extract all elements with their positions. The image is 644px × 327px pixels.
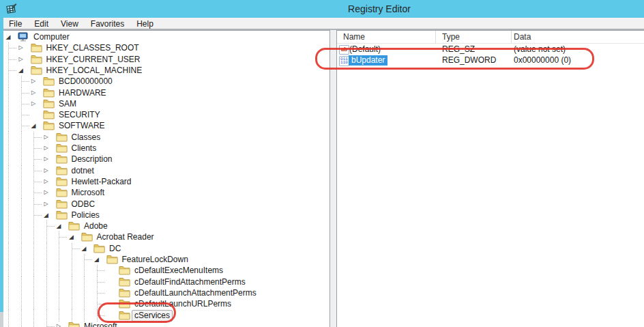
tree-item-label[interactable]: Hewlett-Packard xyxy=(69,176,134,188)
value-name[interactable]: bUpdater xyxy=(349,55,387,66)
tree-item-label[interactable]: Microsoft xyxy=(81,321,120,327)
collapse-arrow-icon[interactable]: ◢ xyxy=(4,31,12,42)
expand-arrow-icon[interactable]: ▷ xyxy=(42,165,50,176)
tree-item-label[interactable]: cDefaultExecMenuItems xyxy=(132,265,226,276)
collapse-arrow-icon[interactable]: ◢ xyxy=(29,120,38,131)
tree-connector xyxy=(21,126,29,126)
expand-arrow-icon[interactable]: ▷ xyxy=(42,132,50,143)
tree-item-label[interactable]: cDefaultLaunchAttachmentPerms xyxy=(132,287,259,299)
tree-item-label[interactable]: SAM xyxy=(56,98,79,110)
menu-edit[interactable]: Edit xyxy=(28,19,55,29)
list-header: Name Type Data xyxy=(337,31,644,44)
column-header-type[interactable]: Type xyxy=(442,32,460,42)
tree-item-label[interactable]: Microsoft xyxy=(69,187,108,199)
tree-item-cdefaultexecmenuitems[interactable]: cDefaultExecMenuItems xyxy=(3,265,330,276)
column-header-name[interactable]: Name xyxy=(343,32,365,42)
tree-item-label[interactable]: DC xyxy=(106,243,123,255)
expand-arrow-icon[interactable]: ▷ xyxy=(29,87,38,98)
menu-file[interactable]: File xyxy=(3,19,28,29)
tree-guide-line xyxy=(59,287,59,299)
tree-item-label[interactable]: cDefaultLaunchURLPerms xyxy=(132,298,234,310)
collapse-arrow-icon[interactable]: ◢ xyxy=(17,65,25,76)
expand-arrow-icon[interactable]: ▷ xyxy=(42,154,50,165)
tree-item-label[interactable]: Description xyxy=(69,154,115,165)
tree-item-dotnet[interactable]: ▷dotnet xyxy=(3,165,330,177)
expand-arrow-icon[interactable]: ▷ xyxy=(42,187,50,198)
tree-item-policies[interactable]: ◢Policies xyxy=(3,210,330,221)
menu-favorites[interactable]: Favorites xyxy=(85,19,130,29)
collapse-arrow-icon[interactable]: ◢ xyxy=(55,221,63,231)
tree-connector xyxy=(33,215,42,216)
collapse-arrow-icon[interactable]: ◢ xyxy=(68,231,76,242)
column-divider[interactable] xyxy=(435,31,436,43)
tree-item-computer[interactable]: ◢Computer xyxy=(3,31,330,43)
tree-item-clients[interactable]: ▷Clients xyxy=(3,143,330,154)
expand-arrow-icon[interactable]: ▷ xyxy=(17,42,25,53)
tree-item-label[interactable]: BCD00000000 xyxy=(56,76,115,87)
menu-help[interactable]: Help xyxy=(130,19,160,29)
value-name[interactable]: (Default) xyxy=(349,44,381,55)
tree-item-description[interactable]: ▷Description xyxy=(3,154,330,165)
folder-icon xyxy=(56,154,68,164)
tree-item-hewlett-packard[interactable]: ▷Hewlett-Packard xyxy=(3,176,330,188)
tree-guide-line xyxy=(8,109,9,121)
tree-item-label[interactable]: ODBC xyxy=(69,199,98,210)
tree-item-label[interactable]: HKEY_CLASSES_ROOT xyxy=(44,42,142,54)
tree-guide-line xyxy=(21,154,22,165)
expand-arrow-icon[interactable]: ▷ xyxy=(55,321,63,327)
tree-item-label[interactable]: Classes xyxy=(69,132,104,143)
menu-view[interactable]: View xyxy=(55,19,85,29)
tree-guide-line xyxy=(33,231,34,243)
tree-item-label[interactable]: Adobe xyxy=(81,221,111,232)
collapse-arrow-icon[interactable]: ◢ xyxy=(80,243,88,254)
tree-item-label[interactable]: HKEY_CURRENT_USER xyxy=(44,54,143,66)
tree-item-label[interactable]: cServices xyxy=(132,310,173,322)
column-header-data[interactable]: Data xyxy=(514,32,531,42)
tree-item-bcd00000000[interactable]: ▷BCD00000000 xyxy=(3,76,330,87)
expand-arrow-icon[interactable]: ▷ xyxy=(42,199,50,210)
tree-item-cdefaultfindattachmentperms[interactable]: cDefaultFindAttachmentPerms xyxy=(3,276,330,288)
tree-item-adobe[interactable]: ◢Adobe xyxy=(3,221,330,232)
value-row-default[interactable]: ab(Default)REG_SZ(value not set) xyxy=(337,44,644,55)
collapse-arrow-icon[interactable]: ◢ xyxy=(93,254,101,265)
tree-item-hkey-classes-root[interactable]: ▷HKEY_CLASSES_ROOT xyxy=(3,42,330,54)
tree-item-security[interactable]: SECURITY xyxy=(3,109,330,121)
tree-item-cdefaultlaunchurlperms[interactable]: cDefaultLaunchURLPerms xyxy=(3,298,330,310)
tree-item-label[interactable]: SOFTWARE xyxy=(56,120,108,132)
collapse-arrow-icon[interactable]: ◢ xyxy=(42,210,50,221)
tree-item-hkey-current-user[interactable]: ▷HKEY_CURRENT_USER xyxy=(3,54,330,66)
tree-item-hkey-local-machine[interactable]: ◢HKEY_LOCAL_MACHINE xyxy=(3,65,330,76)
tree-item-cservices[interactable]: cServices xyxy=(3,310,330,322)
tree-item-hardware[interactable]: ▷HARDWARE xyxy=(3,87,330,99)
tree-item-odbc[interactable]: ▷ODBC xyxy=(3,199,330,210)
tree-item-label[interactable]: Acrobat Reader xyxy=(94,231,157,243)
tree-item-classes[interactable]: ▷Classes xyxy=(3,132,330,143)
tree-item-microsoft[interactable]: ▷Microsoft xyxy=(3,321,330,327)
tree-item-cdefaultlaunchattachmentperms[interactable]: cDefaultLaunchAttachmentPerms xyxy=(3,287,330,299)
tree-item-label[interactable]: Computer xyxy=(31,31,72,43)
tree-item-label[interactable]: FeatureLockDown xyxy=(119,254,191,266)
expand-arrow-icon[interactable]: ▷ xyxy=(42,176,50,187)
column-divider[interactable] xyxy=(511,31,512,43)
tree-item-label[interactable]: HKEY_LOCAL_MACHINE xyxy=(44,65,145,76)
tree-item-label[interactable]: SECURITY xyxy=(56,109,103,121)
expand-arrow-icon[interactable]: ▷ xyxy=(42,143,50,154)
tree-item-label[interactable]: dotnet xyxy=(69,165,97,177)
tree-guide-line xyxy=(33,221,34,232)
expand-arrow-icon[interactable]: ▷ xyxy=(29,76,38,87)
tree-item-microsoft[interactable]: ▷Microsoft xyxy=(3,187,330,199)
tree-item-label[interactable]: Clients xyxy=(69,143,100,154)
computer-icon xyxy=(18,32,29,42)
title-bar[interactable]: Registry Editor xyxy=(0,0,644,18)
tree-item-label[interactable]: HARDWARE xyxy=(56,87,109,99)
expand-arrow-icon[interactable]: ▷ xyxy=(17,54,25,65)
tree-item-acrobat-reader[interactable]: ◢Acrobat Reader xyxy=(3,231,330,243)
expand-arrow-icon[interactable]: ▷ xyxy=(29,98,38,109)
tree-item-label[interactable]: cDefaultFindAttachmentPerms xyxy=(132,276,248,288)
value-row-bupdater[interactable]: 011110bUpdaterREG_DWORD0x00000000 (0) xyxy=(337,55,644,66)
tree-item-label[interactable]: Policies xyxy=(69,210,102,221)
tree-item-dc[interactable]: ◢DC xyxy=(3,243,330,255)
tree-item-software[interactable]: ◢SOFTWARE xyxy=(3,120,330,132)
tree-item-featurelockdown[interactable]: ◢FeatureLockDown xyxy=(3,254,330,266)
tree-item-sam[interactable]: ▷SAM xyxy=(3,98,330,110)
